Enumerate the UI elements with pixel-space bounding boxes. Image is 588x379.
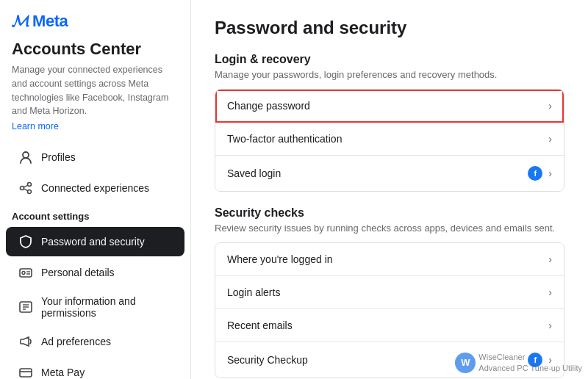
two-factor-label: Two-factor authentication xyxy=(227,133,342,145)
connected-icon xyxy=(18,180,34,196)
where-logged-in-label: Where you're logged in xyxy=(227,253,333,265)
change-password-right: › xyxy=(548,100,552,112)
where-logged-in-right: › xyxy=(548,253,552,265)
wisecleaner-watermark: W WiseCleaner Advanced PC Tune-up Utilit… xyxy=(455,352,582,373)
sidebar-description: Manage your connected experiences and ac… xyxy=(0,63,190,121)
sidebar-item-label: Meta Pay xyxy=(41,367,85,378)
chevron-right-icon: › xyxy=(548,320,552,331)
security-checkup-label: Security Checkup xyxy=(227,354,308,366)
login-recovery-desc: Manage your passwords, login preferences… xyxy=(215,69,564,80)
sidebar-item-password-security[interactable]: Password and security xyxy=(6,227,184,256)
sidebar-item-personal-details[interactable]: Personal details xyxy=(6,258,184,287)
sidebar-item-information-permissions[interactable]: Your information and permissions xyxy=(6,289,184,325)
meta-logo-area: 𝓜 Meta xyxy=(0,12,190,40)
login-recovery-section: Login & recovery Manage your passwords, … xyxy=(215,53,564,192)
svg-point-0 xyxy=(23,152,29,158)
wisecleaner-text: WiseCleaner Advanced PC Tune-up Utility xyxy=(478,352,582,373)
sidebar-item-connected-experiences[interactable]: Connected experiences xyxy=(6,173,184,203)
svg-line-4 xyxy=(24,185,28,187)
svg-line-5 xyxy=(24,189,28,191)
sidebar-item-label: Personal details xyxy=(41,267,115,278)
change-password-item[interactable]: Change password › xyxy=(215,90,564,123)
person-icon xyxy=(18,149,34,165)
sidebar-item-profiles[interactable]: Profiles xyxy=(6,142,184,172)
sidebar-item-label: Profiles xyxy=(41,151,76,163)
two-factor-right: › xyxy=(548,133,552,145)
svg-point-2 xyxy=(28,183,32,187)
page-title: Password and security xyxy=(215,18,564,38)
login-alerts-right: › xyxy=(548,286,552,298)
saved-login-right: f › xyxy=(528,166,552,181)
svg-point-7 xyxy=(22,272,25,275)
sidebar-item-label: Your information and permissions xyxy=(41,295,173,319)
login-alerts-label: Login alerts xyxy=(227,286,280,298)
sidebar: 𝓜 Meta Accounts Center Manage your conne… xyxy=(0,0,191,379)
account-settings-title: Account settings xyxy=(0,203,190,226)
saved-login-label: Saved login xyxy=(227,167,281,179)
chevron-right-icon: › xyxy=(548,253,552,265)
recent-emails-label: Recent emails xyxy=(227,320,293,331)
chevron-right-icon: › xyxy=(548,133,552,145)
security-checks-desc: Review security issues by running checks… xyxy=(215,223,564,234)
login-recovery-title: Login & recovery xyxy=(215,53,564,66)
sidebar-title: Accounts Center xyxy=(0,40,190,63)
learn-more-link[interactable]: Learn more xyxy=(0,121,190,142)
svg-rect-14 xyxy=(20,369,32,377)
main-content: Password and security Login & recovery M… xyxy=(191,0,588,379)
wisecleaner-badge: W xyxy=(455,353,476,373)
chevron-right-icon: › xyxy=(548,167,552,179)
two-factor-item[interactable]: Two-factor authentication › xyxy=(215,123,564,156)
sidebar-item-label: Ad preferences xyxy=(41,336,111,347)
shield-icon xyxy=(18,234,34,250)
id-card-icon xyxy=(18,264,34,281)
megaphone-icon xyxy=(18,333,34,350)
saved-login-item[interactable]: Saved login f › xyxy=(215,156,564,191)
facebook-icon: f xyxy=(528,166,542,181)
chevron-right-icon: › xyxy=(548,100,552,112)
sidebar-item-label: Connected experiences xyxy=(41,182,149,194)
meta-logo: 𝓜 Meta xyxy=(12,12,68,31)
chevron-right-icon: › xyxy=(548,286,552,298)
recent-emails-right: › xyxy=(548,320,552,331)
change-password-label: Change password xyxy=(227,100,310,112)
svg-point-3 xyxy=(28,190,32,194)
login-alerts-item[interactable]: Login alerts › xyxy=(215,276,564,309)
where-logged-in-item[interactable]: Where you're logged in › xyxy=(215,243,564,276)
sidebar-item-meta-pay[interactable]: Meta Pay xyxy=(6,358,184,379)
sidebar-item-label: Password and security xyxy=(41,236,145,248)
security-checks-title: Security checks xyxy=(215,206,564,220)
info-icon xyxy=(18,299,34,315)
card-icon xyxy=(18,364,34,379)
sidebar-item-ad-preferences[interactable]: Ad preferences xyxy=(6,327,184,356)
recent-emails-item[interactable]: Recent emails › xyxy=(215,309,564,342)
login-recovery-list: Change password › Two-factor authenticat… xyxy=(215,89,564,192)
svg-point-1 xyxy=(21,187,24,190)
